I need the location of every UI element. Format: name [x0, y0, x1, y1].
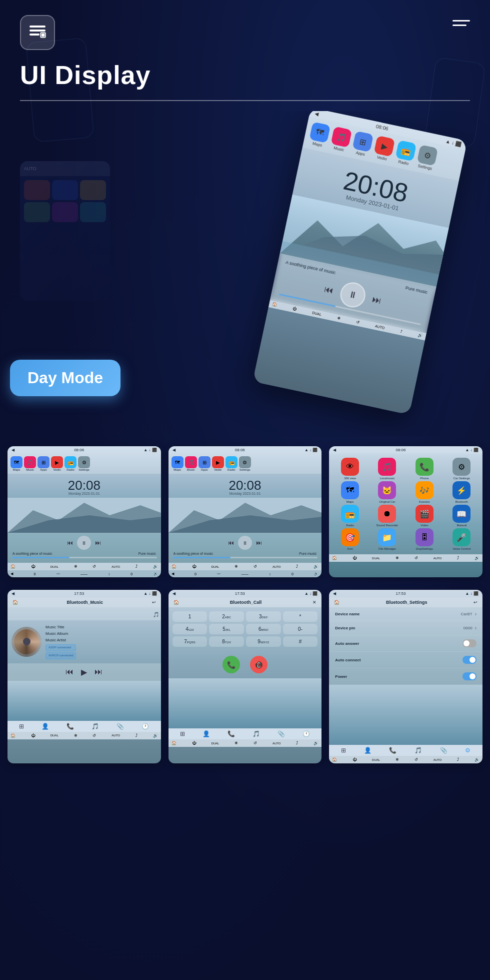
manual-icon: 📖 [452, 505, 470, 523]
device-pin-chevron[interactable]: › [475, 625, 476, 631]
app-radio[interactable]: 📻 Radio [332, 505, 368, 527]
bt-bn-phone[interactable]: 📞 [66, 723, 74, 730]
power-toggle[interactable] [462, 672, 476, 680]
app-filemanager[interactable]: 📁 File Manager [370, 528, 405, 550]
screenshot-2: ◀ 08:06 ▲ ↓ ⬛ 🗺 Maps 🎵 Music ⊞ Apps [168, 446, 322, 577]
sc1-settings[interactable]: ⚙ [78, 456, 90, 468]
app-originalcar[interactable]: 🐱 Original Car [370, 481, 405, 503]
reject-call-btn[interactable]: 📵 [250, 656, 268, 673]
nav-radio[interactable]: 📻 Radio [394, 140, 416, 167]
sc2-apps[interactable]: ⊞ [198, 456, 210, 468]
dial-zero-dash[interactable]: 0- [283, 624, 318, 634]
bt-set-sb-snow: ❄ [396, 757, 399, 762]
app-bluetooth[interactable]: ⚡ Bluetooth [444, 481, 480, 503]
sc2-music[interactable]: 🎵 [185, 456, 197, 468]
bt-settings-screen: ◀ 17:53 ▲ ↓ ⬛ 🏠 Bluetooth_Settings ↩ Dev… [329, 590, 482, 763]
sc1-play[interactable]: ⏸ [77, 536, 91, 550]
bt-bn-clock[interactable]: 🕐 [142, 723, 149, 730]
sc2-maps[interactable]: 🗺 [172, 456, 184, 468]
play-pause-btn[interactable]: ⏸ [338, 280, 368, 310]
bt-call-close[interactable]: ✕ [312, 600, 316, 605]
sc1-bottom2: ◀ 0 〰 —— ↕ 0 🔊 [8, 570, 161, 577]
sc2-vedio[interactable]: ▶ [212, 456, 224, 468]
app-maps[interactable]: 🗺 Maps [332, 481, 368, 503]
bt-play-btn[interactable]: ▶ [81, 667, 87, 677]
nav-vedio[interactable]: ▶ Vedio [372, 136, 395, 162]
sc1-vedio[interactable]: ▶ [51, 456, 63, 468]
bt-call-bn-clock[interactable]: 🕐 [302, 730, 310, 737]
nav-maps[interactable]: 🗺 Maps [308, 122, 330, 148]
sc2-prev[interactable]: ⏮ [228, 539, 234, 546]
bt-set-bn-grid[interactable]: ⊞ [341, 747, 346, 754]
sc1-maps[interactable]: 🗺 [10, 456, 22, 468]
menu-button[interactable] [452, 15, 470, 26]
bt-bn-music[interactable]: 🎵 [92, 723, 99, 730]
sc2-next[interactable]: ⏭ [256, 539, 262, 546]
sc2-music-text: A soothing piece of music Pure music [172, 552, 318, 555]
bt-call-time: 17:53 [235, 591, 245, 596]
bt-bn-grid[interactable]: ⊞ [19, 723, 24, 730]
bt-call-bn-music[interactable]: 🎵 [252, 730, 260, 737]
app-manual[interactable]: 📖 Manual [444, 505, 480, 527]
bt-set-bn-person[interactable]: 👤 [364, 747, 372, 754]
nav-music[interactable]: 🎵 Music [330, 126, 352, 153]
bt-set-bn-phone[interactable]: 📞 [389, 747, 396, 754]
auto-connect-toggle[interactable] [462, 656, 476, 664]
nav-apps[interactable]: ⊞ Apps [351, 131, 374, 158]
app-dispsettings[interactable]: 🎛 DispSettings [406, 528, 442, 550]
sc3-bottom: 🏠 ⏻ DUAL ❄ ↺ AUTO ⤴ 🔊 [329, 554, 482, 562]
dial-4[interactable]: 4GHI [172, 624, 208, 634]
dial-8[interactable]: 8TUV [209, 636, 244, 647]
bt-settings-status: ◀ 17:53 ▲ ↓ ⬛ [329, 590, 482, 597]
sc1-music[interactable]: 🎵 [24, 456, 36, 468]
device-name-chevron[interactable]: › [475, 611, 476, 617]
svg-rect-4 [42, 34, 44, 37]
app-carsettings[interactable]: ⚙ Car Settings [444, 458, 480, 480]
app-360view[interactable]: 👁 360 view [332, 458, 368, 480]
bt-call-bn-grid[interactable]: ⊞ [180, 730, 185, 737]
dial-6[interactable]: 6MNO [246, 624, 281, 634]
app-phone[interactable]: 📞 Phone [406, 458, 442, 480]
auto-answer-toggle[interactable] [462, 639, 476, 647]
bt-badge-a2dp: A2DP connected [46, 644, 76, 651]
sc1-radio[interactable]: 📻 [64, 456, 76, 468]
sc2-b2-zero: 0 [194, 572, 196, 576]
app-localmusic[interactable]: 🎵 Localmusic [370, 458, 405, 480]
bg-left-element: AUTO [20, 161, 110, 301]
app-soundrecorder[interactable]: ⏺ Sound Recorder [370, 505, 405, 527]
sc1-apps[interactable]: ⊞ [38, 456, 50, 468]
sc1-next[interactable]: ⏭ [95, 539, 101, 546]
originalcar-icon: 🐱 [378, 481, 396, 499]
bt-set-bn-clip[interactable]: 📎 [440, 747, 448, 754]
bt-next-btn[interactable]: ⏭ [94, 667, 102, 677]
bt-prev-btn[interactable]: ⏮ [66, 667, 74, 677]
app-voicecontrol[interactable]: 🎤 Voice Control [444, 528, 480, 550]
sc2-radio[interactable]: 📻 [226, 456, 238, 468]
bt-bn-person[interactable]: 👤 [42, 723, 49, 730]
app-avin[interactable]: 🎯 Avin [332, 528, 368, 550]
dial-3[interactable]: 3DEF [246, 611, 281, 622]
dial-7[interactable]: 7PQRS [172, 636, 208, 647]
dial-1[interactable]: 1 [172, 611, 208, 622]
sc2-play[interactable]: ⏸ [238, 536, 252, 550]
dial-star[interactable]: * [283, 611, 318, 622]
app-video[interactable]: 🎬 Video [406, 505, 442, 527]
sc1-prev[interactable]: ⏮ [67, 539, 73, 546]
accept-call-btn[interactable]: 📞 [222, 656, 240, 673]
sc3-b-home: 🏠 [332, 556, 337, 560]
prev-btn[interactable]: ⏮ [324, 284, 334, 296]
bt-call-bn-person[interactable]: 👤 [202, 730, 210, 737]
next-btn[interactable]: ⏭ [372, 294, 382, 306]
nav-settings[interactable]: ⚙ Settings [416, 145, 438, 171]
dial-hash[interactable]: # [283, 636, 318, 647]
bt-set-bn-settings[interactable]: ⚙ [465, 747, 470, 754]
bt-set-bn-music[interactable]: 🎵 [414, 747, 422, 754]
bt-bn-clip[interactable]: 📎 [116, 723, 124, 730]
sc2-settings[interactable]: ⚙ [239, 456, 251, 468]
dial-2[interactable]: 2ABC [209, 611, 244, 622]
bt-call-bn-phone[interactable]: 📞 [228, 730, 235, 737]
dial-9[interactable]: 9WXYZ [246, 636, 281, 647]
app-kuwooo[interactable]: 🎶 Kuwooo [406, 481, 442, 503]
bt-call-bn-clip[interactable]: 📎 [278, 730, 285, 737]
dial-5[interactable]: 5JKL [209, 624, 244, 634]
